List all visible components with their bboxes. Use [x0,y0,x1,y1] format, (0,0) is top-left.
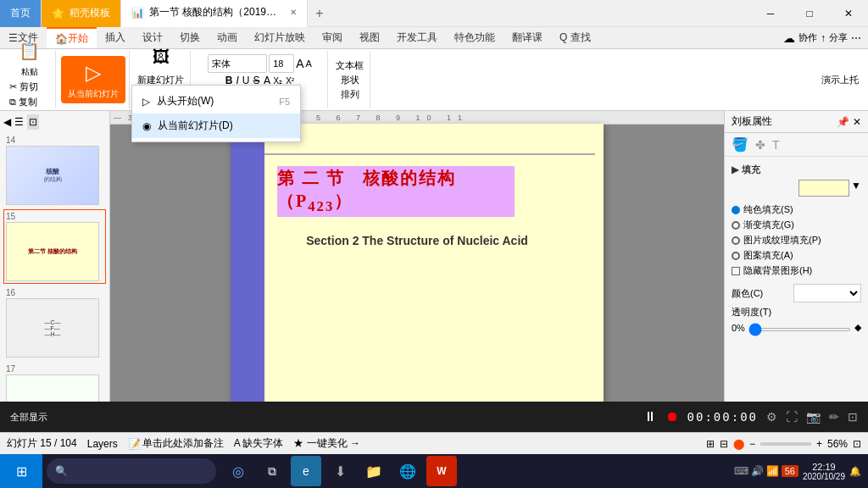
view-normal-icon[interactable]: ⊞ [706,438,715,450]
textframe-button[interactable]: 文本框 [333,58,366,73]
superscript-button[interactable]: X² [286,76,294,86]
ribbon-tab-insert[interactable]: 插入 [97,27,134,48]
ribbon-tab-view[interactable]: 视图 [351,27,388,48]
gradient-fill-option[interactable]: 渐变填充(G) [732,219,861,231]
cortana-icon[interactable]: ◎ [223,456,253,486]
picture-fill-option[interactable]: 图片或纹理填充(P) [732,234,861,247]
font-label[interactable]: A 缺失字体 [234,436,284,451]
thumbnail-view-icon[interactable]: ⊡ [27,114,39,130]
slide-thumb-14[interactable]: 14 核酸 的结构 [3,133,106,208]
view-slidesorter-icon[interactable]: ⊟ [720,438,728,450]
hide-bg-checkbox[interactable] [732,267,740,275]
pattern-fill-option[interactable]: 图案填充(A) [732,249,861,262]
present-top-button[interactable]: 演示上托 [819,73,861,87]
ribbon-tab-review[interactable]: 审阅 [314,27,351,48]
panel-right-icon[interactable]: ✤ [755,138,765,152]
collaborate-label[interactable]: 协作 [798,31,817,44]
slide-thumb-15[interactable]: 15 第二节 核酸的结构 [3,209,106,284]
color-select[interactable] [793,284,861,302]
notifications-icon[interactable]: 🔔 [849,466,861,477]
taskbar-clock[interactable]: 22:19 2020/10/29 [803,462,845,481]
zoom-out-button[interactable]: − [749,438,755,450]
file-icon[interactable]: 📁 [359,456,389,486]
fit-window-button[interactable]: ⊡ [853,438,861,450]
font-size-up-icon[interactable]: A [296,57,303,70]
pattern-fill-radio[interactable] [732,252,740,260]
edge-icon[interactable]: e [291,456,321,486]
play-from-current-button[interactable]: ▷ 从当前幻灯片 [61,56,125,103]
close-button[interactable]: ✕ [829,0,868,27]
ribbon-tab-search[interactable]: Q 查找 [551,27,599,48]
outline-view-icon[interactable]: ☰ [14,116,24,128]
nav-left-icon[interactable]: ◀ [3,116,11,128]
maximize-button[interactable]: □ [790,0,829,27]
ribbon-tab-special[interactable]: 特色功能 [446,27,504,48]
taskbar-search[interactable]: 🔍 [47,458,216,484]
start-button[interactable]: ⊞ [0,454,42,488]
chrome-icon[interactable]: 🌐 [392,456,423,486]
zoom-in-button[interactable]: + [816,438,822,450]
tray-icon4[interactable]: 56 [782,465,798,477]
transparency-slider[interactable] [748,328,851,331]
fill-tab-icon[interactable]: 🪣 [732,136,748,152]
slide-subtitle[interactable]: Section 2 The Structure of Nucleic Acid [256,234,578,247]
minimize-button[interactable]: ─ [751,0,790,27]
view-reading-icon[interactable]: ⬤ [733,438,744,450]
tray-icon2[interactable]: 🔊 [751,465,764,477]
playback-settings-icon[interactable]: ⚙ [766,410,777,424]
ribbon-tab-translate[interactable]: 翻译课 [504,27,551,48]
slide-thumb-17[interactable]: 17 ⬡⬡⬡ [3,362,106,402]
panel-text-icon[interactable]: T [772,138,780,152]
record-button[interactable]: ⏺ [665,409,679,424]
start-from-beginning-item[interactable]: ▷ 从头开始(W) F5 [132,89,300,114]
zoom-slider[interactable] [760,442,811,446]
exit-icon[interactable]: ⊡ [848,410,858,424]
slide-title-box[interactable]: 第 二 节 核酸的结构（P423） [277,166,515,217]
wps-icon[interactable]: W [426,456,457,486]
color-dropdown-arrow[interactable]: ▼ [851,180,861,197]
panel-close-icon[interactable]: ✕ [853,116,861,128]
ribbon-tab-slideshow[interactable]: 幻灯片放映 [246,27,314,48]
new-slide-button[interactable]: 🖼 [144,42,178,73]
font-size-input[interactable] [269,54,294,73]
right-panel-header: 刘板属性 📌 ✕ [725,111,868,133]
paste-button[interactable]: 📋 粘贴 [13,36,47,80]
app2-icon[interactable]: ⬇ [325,456,355,486]
ribbon-tab-animation[interactable]: 动画 [209,27,246,48]
full-display-label[interactable]: 全部显示 [10,411,47,424]
pause-button[interactable]: ⏸ [643,409,657,424]
tray-icon1[interactable]: ⌨ [734,465,748,477]
copy-button[interactable]: ⧉ 复制 [7,95,52,109]
more-options-icon[interactable]: ⋯ [851,32,861,44]
simplify-label[interactable]: ★ 一键美化 → [293,436,360,451]
ribbon-tab-home[interactable]: 🏠 开始 [47,27,97,48]
tab-home[interactable]: 首页 [0,0,42,27]
cut-button[interactable]: ✂ 剪切 [7,80,52,94]
hide-bg-option[interactable]: 隐藏背景图形(H) [732,264,861,277]
slide-thumb-16[interactable]: 16 —C— —F— —H— [3,286,106,360]
color-preview[interactable] [798,180,849,197]
subscript-button[interactable]: X₂ [274,76,283,86]
solid-fill-radio[interactable] [732,206,740,214]
camera-icon[interactable]: 📷 [806,410,821,424]
picture-fill-radio[interactable] [732,236,740,245]
new-tab-button[interactable]: + [308,2,331,25]
share-label[interactable]: 分享 [829,31,848,44]
taskview-icon[interactable]: ⧉ [257,456,287,486]
fullscreen-icon[interactable]: ⛶ [786,410,798,424]
tray-icon3[interactable]: 📶 [766,465,779,477]
ribbon-tab-dev[interactable]: 开发工具 [388,27,446,48]
tab-close-icon[interactable]: ✕ [290,8,297,17]
start-from-current-item[interactable]: ◉ 从当前幻灯片(D) [132,114,300,138]
font-size-down-icon[interactable]: A [306,58,312,69]
layers-label[interactable]: Layers [87,438,118,450]
shape-button[interactable]: 形状 [338,73,362,87]
font-family-input[interactable] [208,54,267,73]
gradient-fill-radio[interactable] [732,221,740,230]
pin-icon[interactable]: 📌 [837,116,849,128]
arrange-button[interactable]: 排列 [338,87,362,102]
tab-ppt[interactable]: 📊 第一节 核酸的结构（2019）.ppt ✕ [121,0,308,27]
solid-fill-option[interactable]: 纯色填充(S) [732,203,861,216]
tab-template[interactable]: 🌟 稻壳模板 [42,0,121,27]
pen-icon[interactable]: ✏ [829,410,839,424]
